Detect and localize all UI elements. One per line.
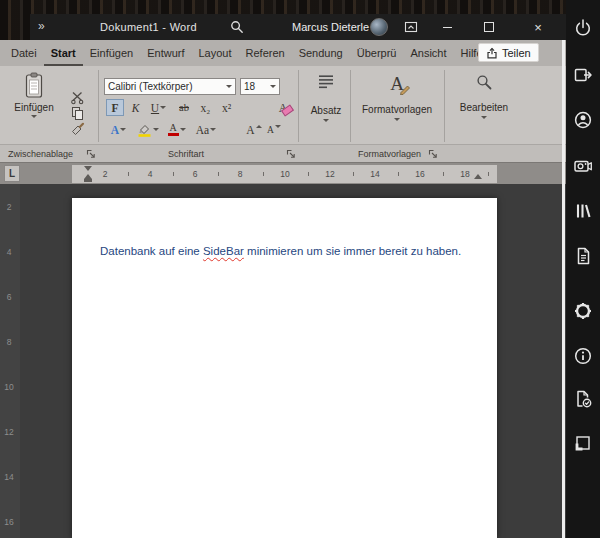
minimize-icon [443,27,452,28]
ruler-tick [128,172,129,176]
styles-dialog-launcher[interactable] [428,149,438,159]
left-indent-marker[interactable] [84,179,92,182]
window-snip-icon [573,433,593,453]
shrink-font-button[interactable]: A [264,121,284,138]
copy-button[interactable] [64,106,90,121]
underline-button[interactable]: U [146,99,171,116]
subscript-button[interactable]: x₂ [196,99,215,116]
tab-ansicht[interactable]: Ansicht [403,40,453,66]
dropdown-arrow-icon [153,128,159,131]
font-name-combobox[interactable]: Calibri (Textkörper) [104,78,236,95]
camera-button[interactable] [573,156,593,176]
ruler-number: 16 [0,517,18,527]
italic-label: K [132,102,140,114]
text-effects-button[interactable]: A [106,121,131,138]
tab-einfuegen[interactable]: Einfügen [83,40,140,66]
change-case-button[interactable]: Aa [192,121,220,138]
ruler-number: 12 [325,169,334,179]
ruler-number: 4 [0,247,18,257]
power-button[interactable] [573,18,593,38]
tab-entwurf[interactable]: Entwurf [140,40,191,66]
document-badge-button[interactable] [573,389,593,409]
clipboard-dialog-launcher[interactable] [86,149,96,159]
tab-ueberpruefen[interactable]: Überprü [350,40,404,66]
tab-layout[interactable]: Layout [191,40,238,66]
tab-sendungen[interactable]: Sendung [292,40,350,66]
document-page[interactable]: Datenbank auf eine SideBar minimieren um… [72,198,497,538]
tab-start[interactable]: Start [44,40,83,66]
group-separator [298,70,299,142]
paste-button[interactable]: Einfügen [8,72,60,118]
maximize-icon [484,22,494,32]
styles-icon: A [390,72,404,96]
search-icon[interactable] [230,20,244,34]
group-separator [444,70,445,142]
profile-button[interactable] [573,110,593,130]
document-area: 2 4 6 8 10 12 14 16 Datenbank auf eine S… [0,184,566,538]
italic-button[interactable]: K [127,99,144,116]
right-indent-marker[interactable] [474,174,482,179]
tab-referenzen[interactable]: Referen [239,40,292,66]
dropdown-arrow-icon [481,116,487,119]
font-dialog-launcher[interactable] [286,149,296,159]
panel-toggle-button[interactable] [573,65,593,85]
copy-icon [70,106,85,121]
close-button[interactable]: × [510,14,566,40]
arrow-down-icon [275,125,281,128]
grow-font-button[interactable]: A [244,121,264,138]
editing-button[interactable]: Bearbeiten [448,74,520,119]
ruler-tick [218,172,219,176]
quick-access-overflow-button[interactable]: » [38,19,45,33]
paragraph-text: Datenbank auf eine [100,245,203,257]
scissors-icon [70,90,85,105]
tab-datei[interactable]: Datei [4,40,44,66]
cut-button[interactable] [64,90,90,105]
first-line-indent-marker[interactable] [84,166,92,171]
clear-formatting-button[interactable]: A [272,99,294,116]
styles-button[interactable]: A Formatvorlagen [354,72,440,121]
document-button[interactable] [573,246,593,266]
document-badge-icon [573,389,593,409]
strikethrough-button[interactable]: ab [174,99,194,116]
library-icon [573,201,593,221]
ruler-number: 6 [193,169,198,179]
document-paragraph[interactable]: Datenbank auf eine SideBar minimieren um… [100,244,490,258]
maximize-button[interactable] [468,14,510,40]
profile-icon [573,110,593,130]
info-button[interactable] [573,346,593,366]
settings-button[interactable] [573,301,593,321]
window-title: Dokument1 - Word [100,21,197,33]
minimize-button[interactable] [426,14,468,40]
ruler-number: 14 [370,169,379,179]
ruler-tick [173,172,174,176]
format-painter-button[interactable] [64,122,90,137]
share-button[interactable]: Teilen [478,43,539,62]
library-button[interactable] [573,201,593,221]
ruler-number: 14 [0,472,18,482]
account-name[interactable]: Marcus Dieterle [292,21,369,33]
dropdown-arrow-icon [120,128,126,131]
ribbon-display-options-icon[interactable] [404,20,418,34]
tab-stop-selector[interactable]: L [4,165,20,182]
ruler-number: 2 [103,169,108,179]
dropdown-arrow-icon [270,85,276,88]
change-case-label: Aa [196,124,209,136]
font-size-value: 18 [244,81,255,92]
document-icon [573,246,593,266]
text-effects-label: A [111,124,119,136]
ruler-number: 4 [148,169,153,179]
grow-font-label: A [246,124,254,136]
bold-button[interactable]: F [106,99,124,116]
superscript-button[interactable]: x² [217,99,236,116]
text-highlight-button[interactable] [134,121,161,138]
paragraph-group-button[interactable]: Absatz [304,74,348,122]
titlebar: » Dokument1 - Word Marcus Dieterle × [30,14,566,40]
settings-icon [573,301,593,321]
font-size-combobox[interactable]: 18 [240,78,280,95]
group-separator [98,70,99,142]
avatar[interactable] [370,18,388,36]
font-color-button[interactable]: A [164,121,189,138]
window-snip-button[interactable] [573,433,593,453]
vertical-ruler [0,184,20,538]
ruler-tick [398,172,399,176]
